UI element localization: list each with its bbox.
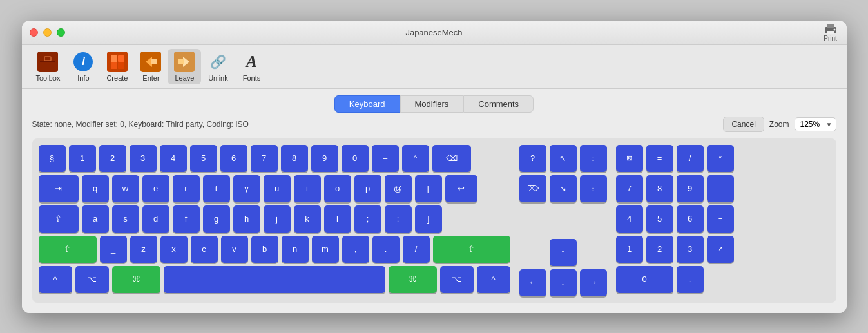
key-z[interactable]: z — [130, 236, 157, 263]
key-num-5[interactable]: 5 — [646, 205, 673, 233]
key-v[interactable]: v — [221, 236, 248, 263]
key-5[interactable]: 5 — [190, 145, 217, 172]
key-at[interactable]: @ — [385, 175, 412, 202]
key-6[interactable]: 6 — [220, 145, 247, 172]
key-f[interactable]: f — [173, 205, 200, 233]
tab-modifiers[interactable]: Modifiers — [400, 95, 464, 113]
key-num-6[interactable]: 6 — [677, 205, 704, 233]
key-r[interactable]: r — [173, 175, 200, 202]
key-caret[interactable]: ^ — [402, 145, 429, 172]
key-num-7[interactable]: 7 — [616, 175, 643, 202]
key-left[interactable]: ← — [519, 269, 546, 296]
key-d[interactable]: d — [142, 205, 169, 233]
toolbar-info[interactable]: i Info — [66, 49, 100, 84]
key-cmd-left[interactable]: ⌘ — [112, 266, 160, 293]
close-button[interactable] — [30, 28, 38, 37]
key-l[interactable]: l — [324, 205, 351, 233]
key-num-dot[interactable]: . — [677, 266, 704, 293]
key-capslock[interactable]: ⇪ — [39, 205, 79, 233]
toolbar-toolbox[interactable]: Toolbox — [30, 49, 67, 84]
key-0[interactable]: 0 — [342, 145, 369, 172]
key-num-minus[interactable]: – — [707, 175, 734, 202]
key-2[interactable]: 2 — [99, 145, 126, 172]
toolbar-leave[interactable]: Leave — [168, 49, 201, 84]
key-num-8[interactable]: 8 — [646, 175, 673, 202]
key-num-divide[interactable]: / — [677, 145, 704, 172]
key-p[interactable]: p — [354, 175, 381, 202]
key-ctrl-left[interactable]: ^ — [39, 266, 72, 293]
key-shift-right[interactable]: ⇧ — [433, 236, 510, 263]
key-down[interactable]: ↓ — [550, 269, 577, 296]
key-tab[interactable]: ⇥ — [39, 175, 79, 202]
key-4[interactable]: 4 — [160, 145, 187, 172]
key-j[interactable]: j — [264, 205, 291, 233]
key-section[interactable]: § — [39, 145, 66, 172]
key-shift-left[interactable]: ⇧ — [39, 236, 97, 263]
key-b[interactable]: b — [251, 236, 278, 263]
key-alt-right[interactable]: ⌥ — [440, 266, 474, 293]
key-n[interactable]: n — [282, 236, 309, 263]
key-num-equals[interactable]: = — [646, 145, 673, 172]
key-num-2[interactable]: 2 — [646, 236, 673, 263]
key-alt-left[interactable]: ⌥ — [75, 266, 109, 293]
key-pagedown[interactable]: ↕ — [580, 175, 607, 202]
key-num-plus[interactable]: + — [707, 205, 734, 233]
key-c[interactable]: c — [191, 236, 218, 263]
key-s[interactable]: s — [112, 205, 139, 233]
key-end[interactable]: ↘ — [550, 175, 577, 202]
key-ctrl-right[interactable]: ^ — [477, 266, 510, 293]
key-3[interactable]: 3 — [130, 145, 157, 172]
key-q[interactable]: q — [82, 175, 109, 202]
key-up[interactable]: ↑ — [550, 239, 577, 266]
key-bracket-open[interactable]: [ — [415, 175, 442, 202]
key-backspace[interactable]: ⌫ — [432, 145, 471, 172]
key-help[interactable]: ? — [519, 145, 546, 172]
key-space[interactable] — [164, 266, 385, 293]
key-delete[interactable]: ⌦ — [519, 175, 546, 202]
key-right[interactable]: → — [580, 269, 607, 296]
cancel-button[interactable]: Cancel — [723, 117, 764, 132]
key-num-0[interactable]: 0 — [616, 266, 673, 293]
key-pageup[interactable]: ↕ — [580, 145, 607, 172]
tab-comments[interactable]: Comments — [463, 95, 534, 113]
toolbar-unlink[interactable]: 🔗 Unlink — [201, 49, 235, 84]
key-colon[interactable]: : — [385, 205, 412, 233]
key-num-4[interactable]: 4 — [616, 205, 643, 233]
key-comma[interactable]: , — [342, 236, 369, 263]
maximize-button[interactable] — [57, 28, 65, 37]
key-8[interactable]: 8 — [281, 145, 308, 172]
key-m[interactable]: m — [312, 236, 339, 263]
minimize-button[interactable] — [43, 28, 52, 37]
key-semicolon[interactable]: ; — [354, 205, 381, 233]
key-1[interactable]: 1 — [69, 145, 96, 172]
key-bracket-close[interactable]: ] — [415, 205, 442, 233]
key-k[interactable]: k — [294, 205, 321, 233]
key-minus[interactable]: – — [372, 145, 399, 172]
key-i[interactable]: i — [294, 175, 321, 202]
key-7[interactable]: 7 — [251, 145, 278, 172]
key-cmd-right[interactable]: ⌘ — [389, 266, 437, 293]
key-y[interactable]: y — [233, 175, 260, 202]
key-w[interactable]: w — [112, 175, 139, 202]
key-g[interactable]: g — [203, 205, 230, 233]
key-num-enter[interactable]: ↗ — [707, 236, 734, 263]
key-u[interactable]: u — [264, 175, 291, 202]
key-h[interactable]: h — [233, 205, 260, 233]
toolbar-enter[interactable]: Enter — [134, 49, 168, 84]
key-num-9[interactable]: 9 — [677, 175, 704, 202]
key-a[interactable]: a — [82, 205, 109, 233]
key-underscore[interactable]: _ — [100, 236, 127, 263]
key-9[interactable]: 9 — [311, 145, 338, 172]
key-num-3[interactable]: 3 — [677, 236, 704, 263]
key-period[interactable]: . — [372, 236, 400, 263]
key-slash[interactable]: / — [403, 236, 430, 263]
print-button[interactable]: Print — [824, 23, 838, 42]
toolbar-fonts[interactable]: A Fonts — [235, 49, 268, 84]
toolbar-create[interactable]: Create — [100, 49, 134, 84]
key-t[interactable]: t — [203, 175, 230, 202]
zoom-select[interactable]: 75% 100% 125% 150% 175% 200% — [795, 117, 836, 131]
key-enter[interactable]: ↩ — [445, 175, 477, 202]
key-o[interactable]: o — [324, 175, 351, 202]
key-x[interactable]: x — [160, 236, 188, 263]
key-num-clear[interactable]: ⊠ — [616, 145, 643, 172]
